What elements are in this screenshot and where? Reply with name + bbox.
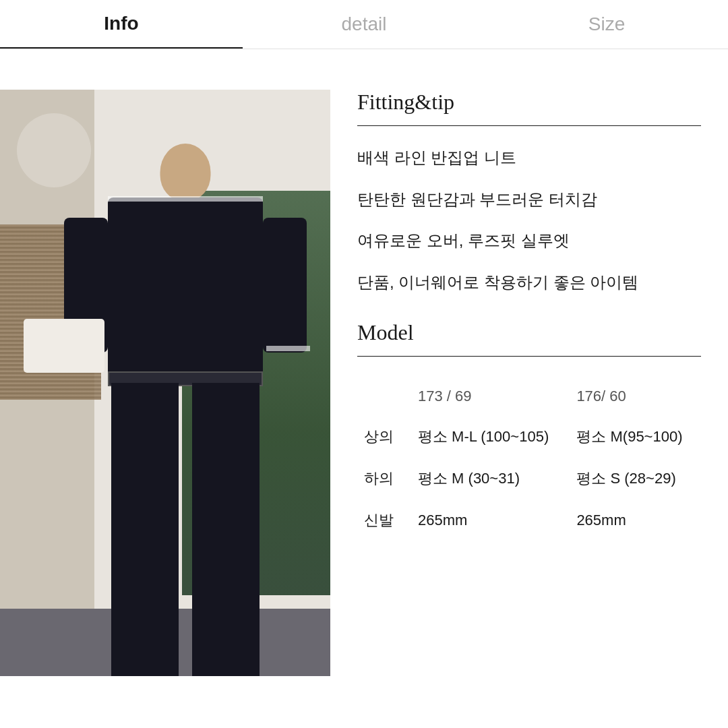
row2-label: 하의 xyxy=(357,458,411,499)
tab-bar: Info detail Size xyxy=(0,0,728,49)
product-image-section xyxy=(0,90,330,676)
table-row: 상의 평소 M-L (100~105) 평소 M(95~100) xyxy=(357,416,701,458)
header-col1: 173 / 69 xyxy=(411,377,570,416)
info-section: Fitting&tip 배색 라인 반집업 니트 탄탄한 원단감과 부드러운 터… xyxy=(330,90,728,728)
model-bag xyxy=(24,319,104,373)
content-area: Fitting&tip 배색 라인 반집업 니트 탄탄한 원단감과 부드러운 터… xyxy=(0,49,728,728)
model-table: 173 / 69 176/ 60 상의 평소 M-L (100~105) 평소 … xyxy=(357,377,701,541)
model-arm-right xyxy=(263,218,307,353)
table-row: 신발 265mm 265mm xyxy=(357,499,701,541)
model-leg-right xyxy=(192,383,260,676)
model-cuff-right xyxy=(266,346,310,351)
row3-col2: 265mm xyxy=(570,499,701,541)
tip-1: 배색 라인 반집업 니트 xyxy=(357,146,701,169)
model-table-header: 173 / 69 176/ 60 xyxy=(357,377,701,416)
model-collar-stripe xyxy=(108,196,263,202)
tip-3: 여유로운 오버, 루즈핏 실루엣 xyxy=(357,229,701,252)
tip-2: 탄탄한 원단감과 부드러운 터치감 xyxy=(357,188,701,211)
header-col2: 176/ 60 xyxy=(570,377,701,416)
row1-label: 상의 xyxy=(357,416,411,458)
model-leg-left xyxy=(111,383,179,676)
fitting-section: Fitting&tip 배색 라인 반집업 니트 탄탄한 원단감과 부드러운 터… xyxy=(357,90,701,293)
tab-size[interactable]: Size xyxy=(485,0,728,49)
fitting-title: Fitting&tip xyxy=(357,90,701,115)
row1-col2: 평소 M(95~100) xyxy=(570,416,701,458)
fitting-divider xyxy=(357,125,701,126)
model-figure xyxy=(54,144,317,636)
tab-info[interactable]: Info xyxy=(0,0,243,49)
model-head xyxy=(160,144,211,201)
row2-col1: 평소 M (30~31) xyxy=(411,458,570,499)
tip-4: 단품, 이너웨어로 착용하기 좋은 아이템 xyxy=(357,271,701,294)
row3-label: 신발 xyxy=(357,499,411,541)
model-torso xyxy=(108,198,263,386)
tab-detail[interactable]: detail xyxy=(243,0,485,49)
model-title: Model xyxy=(357,320,701,345)
row3-col1: 265mm xyxy=(411,499,570,541)
model-section: Model 173 / 69 176/ 60 상의 평소 M-L (100~10… xyxy=(357,320,701,541)
model-divider xyxy=(357,356,701,357)
row1-col1: 평소 M-L (100~105) xyxy=(411,416,570,458)
header-label xyxy=(357,377,411,416)
row2-col2: 평소 S (28~29) xyxy=(570,458,701,499)
table-row: 하의 평소 M (30~31) 평소 S (28~29) xyxy=(357,458,701,499)
